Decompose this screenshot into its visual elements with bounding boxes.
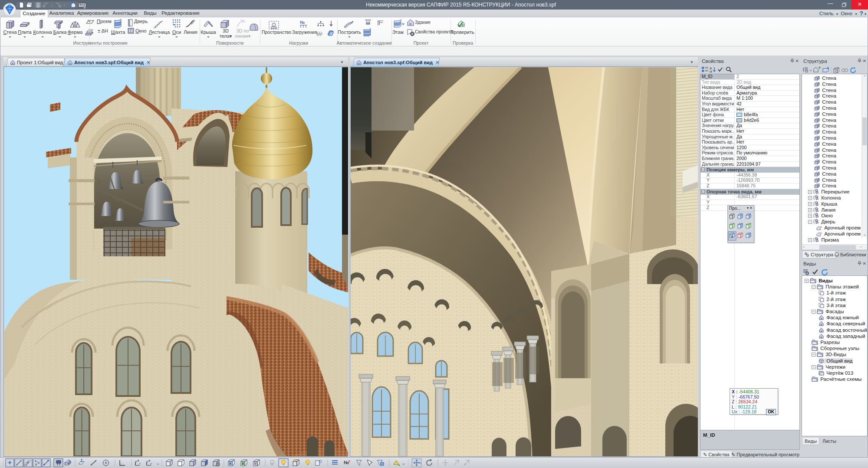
- svg-text:Свойства проекта: Свойства проекта: [415, 29, 453, 34]
- svg-text:± ΔН: ± ΔН: [98, 28, 108, 33]
- svg-text:3D: 3D: [223, 28, 229, 33]
- svg-text:Плита: Плита: [18, 29, 32, 35]
- svg-text:№: №: [344, 460, 349, 465]
- svg-text:Построить: Построить: [338, 29, 361, 35]
- svg-text:Проверить: Проверить: [450, 29, 474, 35]
- svg-text:№: №: [300, 20, 305, 25]
- svg-text:Здание: Здание: [415, 20, 431, 25]
- svg-text:Ферма: Ферма: [68, 29, 83, 35]
- svg-text:x: x: [138, 461, 141, 465]
- svg-text:Загружения: Загружения: [292, 29, 317, 35]
- svg-text:Окно: Окно: [135, 28, 147, 33]
- svg-text:y: y: [150, 461, 152, 465]
- svg-text:Линия: Линия: [184, 29, 197, 35]
- svg-text:Стена: Стена: [3, 29, 17, 35]
- svg-text:Шахта: Шахта: [111, 29, 126, 35]
- svg-text:тела▾: тела▾: [220, 33, 232, 39]
- svg-text:Я: Я: [710, 70, 712, 74]
- svg-text:3D по: 3D по: [236, 28, 249, 33]
- svg-text:Проем: Проем: [97, 19, 112, 24]
- svg-text:Этаж: Этаж: [392, 29, 404, 35]
- svg-text:1: 1: [243, 19, 246, 23]
- svg-text:Лестница: Лестница: [149, 29, 170, 35]
- svg-text:Оси: Оси: [172, 29, 181, 35]
- svg-text:Дверь: Дверь: [134, 19, 148, 24]
- svg-text:Колонна: Колонна: [33, 29, 52, 35]
- svg-text:Крыша: Крыша: [201, 29, 216, 35]
- svg-text:Балка: Балка: [53, 29, 67, 35]
- svg-text:линии▾: линии▾: [235, 33, 251, 39]
- svg-text:Пространство: Пространство: [262, 29, 291, 35]
